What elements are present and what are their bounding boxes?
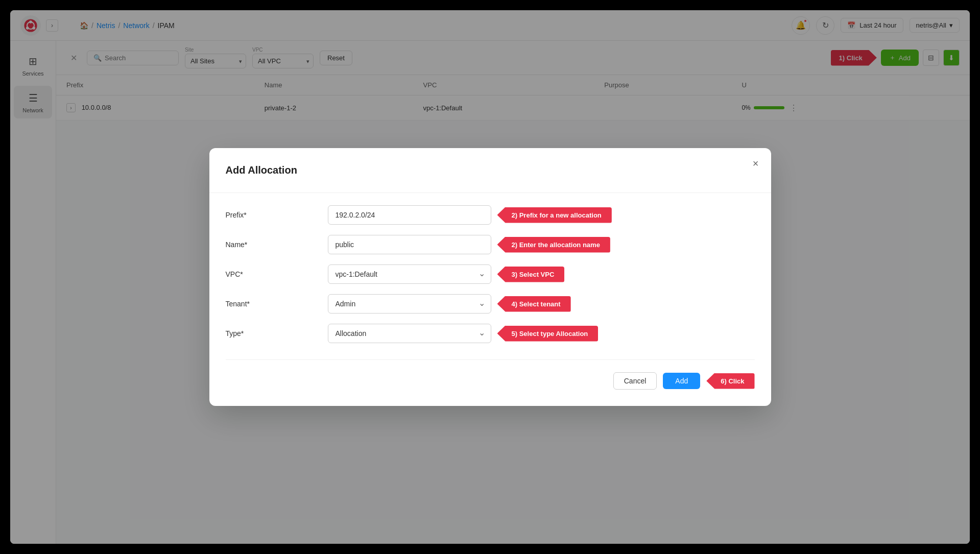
- add-allocation-dialog: × Add Allocation Prefix* 2) Prefix for a…: [209, 148, 771, 406]
- prefix-label: Prefix*: [226, 211, 318, 219]
- prefix-field-group: 2) Prefix for a new allocation: [328, 205, 755, 225]
- tenant-annotation: 4) Select tenant: [497, 296, 571, 312]
- cancel-button[interactable]: Cancel: [613, 372, 657, 390]
- vpc-select-field[interactable]: vpc-1:Default: [328, 264, 491, 284]
- vpc-field-group: vpc-1:Default 3) Select VPC: [328, 264, 755, 284]
- dialog-divider-top: [209, 192, 771, 193]
- dialog-close-button[interactable]: ×: [749, 156, 763, 171]
- type-select-wrapper: Allocation: [328, 324, 491, 343]
- tenant-select-wrapper: Admin: [328, 294, 491, 314]
- tenant-field-group: Admin 4) Select tenant: [328, 294, 755, 314]
- vpc-annotation: 3) Select VPC: [497, 267, 565, 282]
- form-row-type: Type* Allocation 5) Select type Allocati…: [226, 324, 755, 343]
- form-row-vpc: VPC* vpc-1:Default 3) Select VPC: [226, 264, 755, 284]
- dialog-title: Add Allocation: [226, 164, 755, 176]
- name-annotation: 2) Enter the allocation name: [497, 237, 610, 253]
- dialog-footer: Cancel Add 6) Click: [226, 359, 755, 390]
- type-field-group: Allocation 5) Select type Allocation: [328, 324, 755, 343]
- type-annotation: 5) Select type Allocation: [497, 326, 599, 342]
- vpc-select-wrapper: vpc-1:Default: [328, 264, 491, 284]
- vpc-label: VPC*: [226, 270, 318, 278]
- form-row-prefix: Prefix* 2) Prefix for a new allocation: [226, 205, 755, 225]
- type-select-field[interactable]: Allocation: [328, 324, 491, 343]
- form-row-name: Name* 2) Enter the allocation name: [226, 235, 755, 254]
- prefix-input[interactable]: [328, 205, 491, 225]
- tenant-label: Tenant*: [226, 300, 318, 308]
- click-annotation-6: 6) Click: [706, 373, 754, 389]
- type-label: Type*: [226, 329, 318, 338]
- add-submit-button[interactable]: Add: [663, 373, 700, 389]
- dialog-overlay: × Add Allocation Prefix* 2) Prefix for a…: [0, 0, 980, 554]
- name-label: Name*: [226, 240, 318, 249]
- form-row-tenant: Tenant* Admin 4) Select tenant: [226, 294, 755, 314]
- close-icon: ×: [753, 158, 759, 170]
- name-field-group: 2) Enter the allocation name: [328, 235, 755, 254]
- name-input[interactable]: [328, 235, 491, 254]
- prefix-annotation: 2) Prefix for a new allocation: [497, 207, 612, 223]
- tenant-select-field[interactable]: Admin: [328, 294, 491, 314]
